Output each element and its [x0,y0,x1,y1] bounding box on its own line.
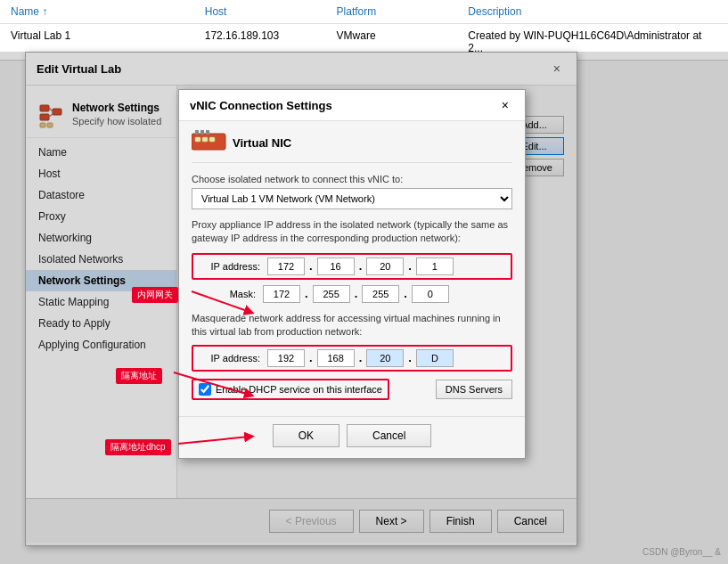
mask-row: Mask: . . . [192,285,512,303]
vnic-footer: OK Cancel [179,416,525,458]
masq-octet-2[interactable] [317,349,355,367]
col-host[interactable]: Host [201,4,333,20]
masq-dot-1: . [308,351,314,364]
svg-rect-8 [195,137,200,142]
dhcp-label-text: Enable DHCP service on this interface [216,384,382,395]
vnic-nic-icon [192,130,224,155]
vnic-body: Virtual NIC Choose isolated network to c… [179,121,525,416]
ip-address-row: IP address: . . . [192,253,512,280]
vnic-close-button[interactable]: × [496,96,514,114]
mask-label: Mask: [192,289,256,299]
svg-rect-12 [200,130,204,135]
dhcp-row: Enable DHCP service on this interface DN… [192,379,512,400]
masq-dot-2: . [358,351,364,364]
svg-rect-9 [202,137,208,142]
ip-dot-1: . [308,259,314,273]
ip-octet-3[interactable] [366,257,404,275]
vnic-modal-title: vNIC Connection Settings [190,99,332,112]
masq-dot-3: . [407,351,413,364]
vnic-header: Virtual NIC [192,130,512,163]
ip-octet-1[interactable] [267,257,305,275]
mask-dot-2: . [354,287,359,300]
mask-octet-4[interactable] [412,285,449,303]
masq-description: Masquerade network address for accessing… [192,312,512,339]
ip-octet-4[interactable] [416,257,454,275]
ip-octet-2[interactable] [317,257,355,275]
cancel-modal-button[interactable]: Cancel [347,424,431,447]
svg-rect-11 [195,130,199,135]
mask-dot-3: . [403,287,408,300]
choose-network-label: Choose isolated network to connect this … [192,174,512,184]
ip-dot-2: . [358,259,364,273]
svg-rect-13 [206,130,209,135]
vnic-modal: vNIC Connection Settings × Virtual NIC C… [178,89,526,459]
svg-rect-10 [209,137,215,142]
masq-octet-1[interactable] [267,349,305,367]
masq-octet-4[interactable] [416,349,454,367]
masq-ip-row: IP address: . . . [192,345,512,372]
col-name[interactable]: Name ↑ [7,4,201,20]
mask-octet-1[interactable] [263,285,300,303]
dhcp-checkbox[interactable] [199,383,211,396]
ip-dot-3: . [407,259,413,273]
mask-dot-1: . [304,287,309,300]
mask-octet-3[interactable] [362,285,399,303]
vnic-title-bar: vNIC Connection Settings × [179,90,525,121]
proxy-description: Proxy appliance IP address in the isolat… [192,218,512,246]
masq-octet-3[interactable] [366,349,404,367]
dhcp-check-label[interactable]: Enable DHCP service on this interface [192,379,389,400]
masq-ip-label: IP address: [196,353,260,364]
mask-octet-2[interactable] [313,285,350,303]
network-dropdown[interactable]: Virtual Lab 1 VM Network (VM Network) [192,188,512,209]
dns-servers-button[interactable]: DNS Servers [436,380,512,399]
vnic-title-label: Virtual NIC [233,136,291,150]
col-platform[interactable]: Platform [333,4,465,20]
col-description[interactable]: Description [464,4,721,20]
table-header: Name ↑ Host Platform Description [0,0,728,24]
watermark: CSDN @Byron__ & [642,547,721,557]
ip-label: IP address: [196,261,260,272]
ok-button[interactable]: OK [273,424,339,447]
